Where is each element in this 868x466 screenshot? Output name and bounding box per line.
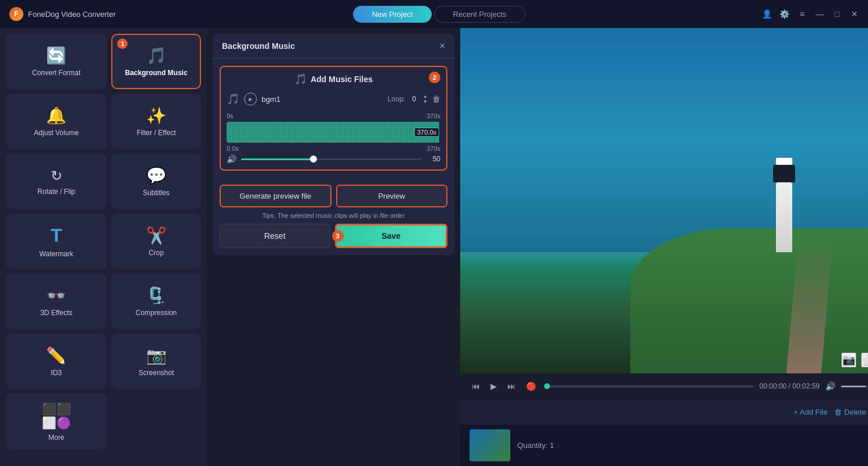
sidebar-item-rotate-flip[interactable]: ↻ Rotate / Flip xyxy=(6,154,107,209)
vol-end-time: 370s xyxy=(426,145,440,152)
progress-dot xyxy=(544,383,550,389)
volume-ctrl-icon[interactable]: 🔊 xyxy=(825,382,835,391)
sidebar-item-3d-effects[interactable]: 👓 3D Effects xyxy=(6,274,107,329)
music-note-icon: 🎵 xyxy=(294,73,307,86)
delete-all-btn[interactable]: 🗑 Delete All xyxy=(834,408,868,416)
recent-projects-btn[interactable]: Recent Projects xyxy=(434,6,526,23)
thumbnail-item[interactable] xyxy=(470,429,510,461)
preview-area: 📷 ⬜ ⏮ ▶ ⏭ 🔴 00:00:00 / 00:02:59 🔊 xyxy=(460,28,868,466)
dialog-close-btn[interactable]: × xyxy=(440,41,445,51)
save-btn[interactable]: 3 Save xyxy=(335,224,448,248)
dialog-title: Background Music xyxy=(222,41,295,51)
sidebar-item-subtitles[interactable]: 💬 Subtitles xyxy=(111,154,201,209)
generate-preview-btn[interactable]: Generate preview file xyxy=(220,185,331,207)
volume-thumb[interactable] xyxy=(310,156,317,163)
maximize-btn[interactable]: □ xyxy=(833,10,841,18)
compression-label: Compression xyxy=(136,309,177,317)
footer-btn-row: Generate preview file Preview xyxy=(220,185,447,207)
add-music-section: 🎵 Add Music Files 2 🎵 ▶ bgm1 Loop: 0 ▲ xyxy=(220,66,447,171)
loop-value: 0 xyxy=(412,95,416,103)
reset-btn[interactable]: Reset xyxy=(220,224,330,248)
title-bar: F FoneDog Video Converter New Project Re… xyxy=(0,0,868,28)
id3-label: ID3 xyxy=(51,369,62,377)
more-icon: ⬛⬛⬜🟣 xyxy=(42,402,71,430)
crop-label: Crop xyxy=(149,249,164,257)
player-vol-bar[interactable] xyxy=(841,386,868,387)
waveform-times-top: 0s 370s xyxy=(227,112,440,119)
progress-bar[interactable] xyxy=(544,386,754,387)
loop-up-btn[interactable]: ▲ xyxy=(423,94,428,99)
volume-icon: 🔊 xyxy=(227,154,237,164)
menu-icon[interactable]: ≡ xyxy=(798,10,806,18)
save-badge: 3 xyxy=(332,230,344,242)
background-music-dialog: Background Music × 🎵 Add Music Files 2 xyxy=(213,34,454,255)
new-project-btn[interactable]: New Project xyxy=(353,6,431,23)
video-preview: 📷 ⬜ xyxy=(460,28,868,373)
track-play-btn[interactable]: ▶ xyxy=(244,93,257,105)
background-music-label: Background Music xyxy=(125,69,188,77)
convert-format-label: Convert Format xyxy=(32,69,80,77)
volume-slider[interactable] xyxy=(241,155,422,163)
music-track-row: 🎵 ▶ bgm1 Loop: 0 ▲ ▼ 🗑 xyxy=(227,90,440,108)
add-music-btn-row: 🎵 Add Music Files 2 xyxy=(227,73,440,86)
filter-effect-icon: ✨ xyxy=(146,106,167,125)
file-strip: + Add File 🗑 Delete All xyxy=(460,399,868,425)
sidebar-col1: 🔄 Convert Format 🔔 Adjust Volume ↻ Rotat… xyxy=(6,34,107,460)
3d-effects-label: 3D Effects xyxy=(40,309,72,317)
id3-icon: ✏️ xyxy=(46,346,66,365)
screenshot-icon: 📷 xyxy=(146,346,167,365)
add-file-btn[interactable]: + Add File xyxy=(793,408,827,416)
settings-icon[interactable]: ⚙️ xyxy=(781,10,789,18)
watermark-icon: T xyxy=(51,225,62,246)
sidebar-item-watermark[interactable]: T Watermark xyxy=(6,214,107,269)
volume-times-row: 0.0s 370s xyxy=(227,145,440,152)
sidebar-item-adjust-volume[interactable]: 🔔 Adjust Volume xyxy=(6,94,107,149)
lighthouse-top xyxy=(773,165,795,182)
video-crop-btn[interactable]: ⬜ xyxy=(861,352,868,368)
sidebar-item-compression[interactable]: 🗜️ Compression xyxy=(111,274,201,329)
watermark-label: Watermark xyxy=(40,250,73,258)
sidebar-item-background-music[interactable]: 1 🎵 Background Music xyxy=(111,34,201,89)
preview-btn[interactable]: Preview xyxy=(336,185,448,207)
dialog-content: 🎵 Add Music Files 2 🎵 ▶ bgm1 Loop: 0 ▲ xyxy=(213,59,454,178)
sidebar-item-convert-format[interactable]: 🔄 Convert Format xyxy=(6,34,107,89)
adjust-volume-label: Adjust Volume xyxy=(34,129,79,137)
skip-back-btn[interactable]: ⏮ xyxy=(470,380,482,392)
waveform-section: 0s 370s 370.0s 0.0s 370s xyxy=(227,112,440,164)
audio-btn[interactable]: 🔴 xyxy=(524,380,538,392)
crop-icon: ✂️ xyxy=(146,226,167,245)
app-name: FoneDog Video Converter xyxy=(28,10,116,19)
waveform-bar[interactable]: 370.0s xyxy=(227,122,440,143)
loop-down-btn[interactable]: ▼ xyxy=(423,100,428,104)
dialog-header: Background Music × xyxy=(213,34,454,59)
more-label: More xyxy=(48,433,64,442)
video-controls: ⏮ ▶ ⏭ 🔴 00:00:00 / 00:02:59 🔊 xyxy=(460,373,868,399)
minimize-btn[interactable]: — xyxy=(816,10,824,18)
loop-label: Loop: xyxy=(387,95,405,103)
screenshot-label: Screenshot xyxy=(139,369,174,377)
add-music-files-btn[interactable]: 🎵 Add Music Files xyxy=(294,73,373,86)
track-delete-btn[interactable]: 🗑 xyxy=(432,94,440,104)
volume-value: 50 xyxy=(426,155,440,163)
app-logo: F xyxy=(9,7,23,21)
lighthouse-light xyxy=(776,158,792,165)
sidebar-item-filter-effect[interactable]: ✨ Filter / Effect xyxy=(111,94,201,149)
play-btn[interactable]: ▶ xyxy=(488,380,499,392)
sidebar-item-id3[interactable]: ✏️ ID3 xyxy=(6,334,107,389)
waveform-start-time: 0s xyxy=(227,112,234,119)
convert-format-icon: 🔄 xyxy=(46,46,66,65)
background-music-badge: 1 xyxy=(117,38,128,49)
sidebar-item-more[interactable]: ⬛⬛⬜🟣 More xyxy=(6,394,107,449)
close-btn[interactable]: ✕ xyxy=(851,10,859,18)
sidebar-item-crop[interactable]: ✂️ Crop xyxy=(111,214,201,269)
vol-start-time: 0.0s xyxy=(227,145,239,152)
sea xyxy=(460,28,868,252)
skip-forward-btn[interactable]: ⏭ xyxy=(505,380,518,392)
sidebar-item-screenshot[interactable]: 📷 Screenshot xyxy=(111,334,201,389)
lighthouse-tower xyxy=(776,182,792,252)
sidebar-col2: 1 🎵 Background Music ✨ Filter / Effect 💬… xyxy=(111,34,201,460)
video-screenshot-btn[interactable]: 📷 xyxy=(841,352,856,368)
account-icon[interactable]: 👤 xyxy=(763,10,771,18)
tips-text: Tips: The selected music clips will play… xyxy=(220,212,447,219)
file-strip-btns: + Add File 🗑 Delete All xyxy=(793,408,868,416)
